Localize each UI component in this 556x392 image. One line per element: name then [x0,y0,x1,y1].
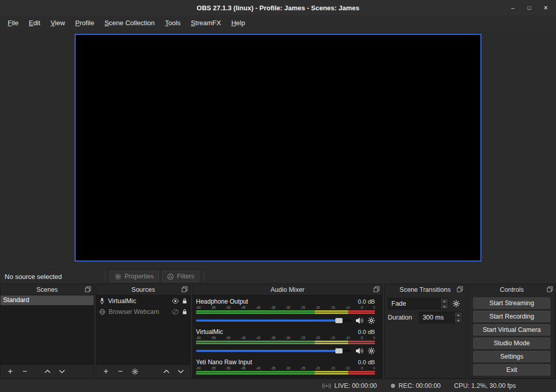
filter-icon [167,273,174,280]
duration-label: Duration [388,314,415,321]
tick-label: -20 [315,306,320,310]
window-title: OBS 27.1.3 (linux) - Profile: James - Sc… [196,4,359,12]
menu-streamfx[interactable]: StreamFX [186,16,226,29]
volume-meter [196,310,375,312]
menu-profile[interactable]: Profile [70,16,99,29]
tick-label: -60 [196,336,201,340]
source-name: Browser Webcam [109,308,169,315]
visibility-eye-off-icon[interactable] [172,309,179,314]
live-status: LIVE: 00:00:00 [322,382,377,389]
tick-label: 0 [373,366,375,370]
remove-scene-button[interactable]: − [17,365,32,378]
mixer-channel-name: Yeti Nano Raw Input [196,359,252,366]
volume-slider[interactable] [196,350,351,352]
menu-help[interactable]: Help [226,16,250,29]
spin-up-icon[interactable]: ▴ [441,298,448,304]
tick-label: -25 [300,306,305,310]
start-virtual-camera-button[interactable]: Start Virtual Camera [473,324,550,335]
scene-item-standard[interactable]: Standard [1,295,94,305]
tick-label: -30 [285,306,290,310]
sources-toolbar: + − [96,364,190,378]
menu-edit[interactable]: Edit [24,16,45,29]
dock-popout-icon [182,286,188,292]
filters-button-label: Filters [177,273,194,280]
properties-button[interactable]: Properties [110,271,159,282]
source-properties-gear-icon[interactable] [128,365,142,378]
filters-button[interactable]: Filters [162,271,200,282]
no-source-status: No source selected [0,273,102,281]
mute-speaker-icon[interactable] [355,317,364,324]
scenes-list: Standard [1,295,94,364]
tick-label: -25 [300,366,305,370]
exit-button[interactable]: Exit [473,364,550,376]
close-button[interactable]: × [537,0,554,15]
lock-icon[interactable] [182,298,187,304]
tick-label: -5 [360,366,363,370]
source-row-virtualmic[interactable]: VirtualMic [96,295,190,306]
mixer-channel-level: 0.0 dB [358,329,375,335]
remove-source-button[interactable]: − [113,365,128,378]
audio-mixer-list: Headphone Output 0.0 dB -60-55-50-45-40-… [193,295,382,378]
visibility-eye-icon[interactable] [172,298,179,304]
add-source-button[interactable]: + [99,365,113,378]
source-name: VirtualMic [108,297,169,305]
scenes-dock: Scenes Standard + − [0,284,94,379]
menu-scene-collection[interactable]: Scene Collection [99,16,160,29]
scenes-dock-header[interactable]: Scenes [1,284,94,295]
settings-button[interactable]: Settings [473,351,550,362]
spin-up-icon[interactable]: ▴ [455,312,462,318]
volume-meter [196,341,375,342]
minimize-button[interactable]: – [505,0,521,15]
cpu-fps-text: CPU: 1.2%, 30.00 fps [454,382,516,389]
transition-select-value: Fade [388,300,440,307]
mute-speaker-icon[interactable] [355,347,364,354]
channel-settings-gear-icon[interactable] [368,347,375,354]
add-scene-button[interactable]: + [3,365,17,378]
controls-dock-header[interactable]: Controls [468,284,555,295]
globe-icon [99,309,105,315]
audio-mixer-dock-header[interactable]: Audio Mixer [193,284,382,295]
volume-slider-handle[interactable] [335,348,343,353]
move-scene-down-button[interactable] [55,365,69,378]
tick-label: -45 [241,336,245,340]
mixer-channel-level: 0.0 dB [358,298,375,305]
volume-slider-handle[interactable] [335,318,343,323]
toolbar-separator [105,271,105,282]
scene-transitions-dock-header[interactable]: Scene Transitions [385,284,465,295]
mixer-channel-headphone-output: Headphone Output 0.0 dB -60-55-50-45-40-… [196,297,375,326]
sources-dock-header[interactable]: Sources [96,284,190,295]
menu-view[interactable]: View [45,16,70,29]
volume-slider[interactable] [196,320,351,322]
tick-label: -55 [211,336,216,340]
transition-settings-gear-icon[interactable] [453,300,460,307]
rec-time: REC: 00:00:00 [399,382,441,389]
source-row-browser-webcam[interactable]: Browser Webcam [96,306,190,317]
move-scene-up-button[interactable] [40,365,55,378]
menu-file[interactable]: File [3,16,24,29]
scene-transitions-body: Fade ▴ ▾ Duration 300 ms ▴ ▾ [385,295,465,378]
move-source-down-button[interactable] [173,365,188,378]
spin-down-icon[interactable]: ▾ [441,304,448,309]
tick-label: -55 [211,366,216,370]
tick-label: -30 [285,336,290,340]
scenes-dock-title: Scenes [37,286,58,293]
start-streaming-button[interactable]: Start Streaming [473,297,550,309]
spin-down-icon[interactable]: ▾ [455,318,462,323]
scene-transitions-dock: Scene Transitions Fade ▴ ▾ Duration 300 … [384,284,466,379]
studio-mode-button[interactable]: Studio Mode [473,338,550,349]
menu-tools[interactable]: Tools [160,16,186,29]
move-source-up-button[interactable] [159,365,173,378]
tick-label: -35 [271,336,275,340]
duration-spinbox[interactable]: 300 ms ▴ ▾ [419,312,462,323]
tick-label: -5 [360,306,363,310]
duration-value[interactable]: 300 ms [420,314,454,321]
channel-settings-gear-icon[interactable] [368,317,375,324]
lock-icon[interactable] [182,309,187,315]
tick-label: -10 [345,366,350,370]
window-titlebar[interactable]: OBS 27.1.3 (linux) - Profile: James - Sc… [0,0,556,15]
transition-select[interactable]: Fade ▴ ▾ [388,298,449,309]
start-recording-button[interactable]: Start Recording [473,311,550,322]
volume-meter [196,371,375,372]
maximize-button[interactable]: □ [521,0,537,15]
preview-canvas[interactable] [75,34,481,262]
